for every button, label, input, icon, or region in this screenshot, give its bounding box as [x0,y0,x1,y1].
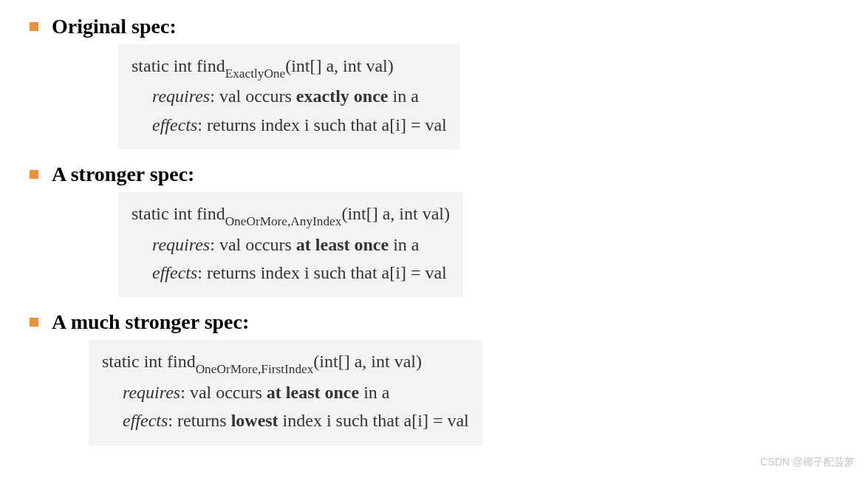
code-block: static int findOneOrMore,AnyIndex(int[] … [118,192,463,297]
bullet-row: A much stronger spec: [30,310,838,334]
requires-bold: at least once [267,383,359,402]
requires-bold: exactly once [296,86,389,106]
effects-label: effects [152,115,197,134]
effects-line: effects: returns index i such that a[i] … [131,111,447,139]
requires-bold: at least once [296,235,389,254]
bullet-row: A stronger spec: [30,163,838,186]
bullet-icon [30,170,38,179]
section-heading: Original spec: [52,15,177,38]
requires-post: in a [389,235,419,254]
sig-subscript: OneOrMore,FirstIndex [196,362,314,376]
effects-line: effects: returns index i such that a[i] … [131,259,450,287]
sig-subscript: OneOrMore,AnyIndex [225,214,342,228]
effects-post: index i such that a[i] = val [261,115,447,134]
requires-pre: : val occurs [180,383,267,402]
bullet-icon [30,318,38,327]
requires-label: requires [152,86,210,106]
signature-line: static int findExactlyOne(int[] a, int v… [131,52,447,82]
requires-post: in a [388,86,418,106]
effects-label: effects [123,411,168,430]
requires-line: requires: val occurs at least once in a [131,231,450,259]
code-block: static int findExactlyOne(int[] a, int v… [118,44,460,149]
sig-prefix: static int find [102,352,196,371]
signature-line: static int findOneOrMore,AnyIndex(int[] … [131,199,450,230]
requires-post: in a [359,383,389,402]
spec-section: A much stronger spec:static int findOneO… [30,310,838,445]
effects-bold: lowest [231,411,278,430]
section-heading: A much stronger spec: [52,310,249,334]
requires-pre: : val occurs [210,86,296,106]
effects-pre: : returns [197,263,260,282]
bullet-row: Original spec: [30,15,838,38]
sig-prefix: static int find [131,56,225,75]
effects-pre: : returns [197,115,260,134]
sig-suffix: (int[] a, int val) [285,56,394,75]
effects-line: effects: returns lowest index i such tha… [102,406,469,434]
spec-section: Original spec:static int findExactlyOne(… [30,15,838,149]
watermark: CSDN @椰子配菠萝 [760,456,855,469]
signature-line: static int findOneOrMore,FirstIndex(int[… [102,347,469,378]
effects-post: index i such that a[i] = val [261,263,447,282]
sig-prefix: static int find [131,204,225,223]
requires-label: requires [152,235,210,254]
requires-line: requires: val occurs at least once in a [102,378,469,406]
effects-pre: : returns [168,411,230,430]
requires-label: requires [123,383,180,402]
sig-suffix: (int[] a, int val) [313,352,422,371]
effects-post: index i such that a[i] = val [278,411,469,430]
sig-suffix: (int[] a, int val) [341,204,450,223]
requires-pre: : val occurs [210,235,296,254]
code-block: static int findOneOrMore,FirstIndex(int[… [89,340,482,445]
sig-subscript: ExactlyOne [225,66,286,81]
effects-label: effects [152,263,197,282]
spec-section: A stronger spec:static int findOneOrMore… [30,163,838,297]
section-heading: A stronger spec: [52,163,194,186]
requires-line: requires: val occurs exactly once in a [131,82,447,110]
bullet-icon [30,22,38,31]
